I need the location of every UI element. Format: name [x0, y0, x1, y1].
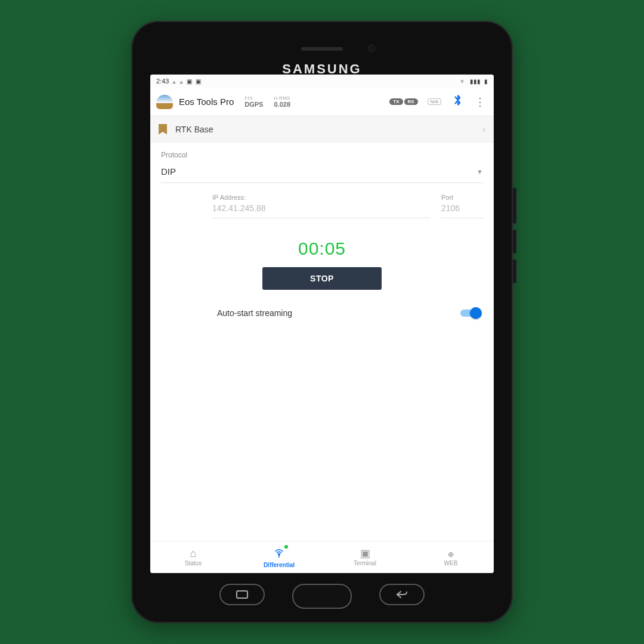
- antenna-icon: [273, 547, 285, 561]
- tab-label: Differential: [264, 562, 295, 568]
- hw-nav-buttons: [131, 584, 513, 609]
- bluetooth-icon[interactable]: [453, 94, 463, 110]
- tab-differential[interactable]: Differential: [236, 541, 322, 573]
- chevron-down-icon: ▼: [476, 168, 483, 175]
- active-dot-icon: [284, 545, 288, 549]
- app-title: Eos Tools Pro: [179, 97, 234, 107]
- na-badge: N/A: [428, 98, 441, 105]
- chevron-right-icon: ›: [482, 124, 485, 135]
- bookmark-label: RTK Base: [175, 125, 213, 134]
- notif-icon: ▣: [196, 78, 201, 85]
- front-camera: [368, 45, 375, 52]
- fix-value: DGPS: [244, 101, 263, 108]
- tab-label: WEB: [444, 560, 458, 566]
- protocol-label: Protocol: [161, 151, 483, 159]
- tab-status[interactable]: ⌂ Status: [150, 541, 236, 573]
- speaker-slot: [301, 47, 343, 51]
- tab-label: Terminal: [354, 560, 376, 566]
- tx-pill: TX: [389, 98, 402, 105]
- ip-label: IP Address:: [212, 194, 431, 201]
- port-field[interactable]: Port 2106: [441, 194, 483, 218]
- tab-terminal[interactable]: ▣ Terminal: [322, 541, 408, 573]
- hw-side-button: [513, 230, 516, 253]
- stop-button[interactable]: STOP: [262, 267, 382, 290]
- overflow-menu-icon[interactable]: ⋮: [475, 95, 485, 109]
- clock: 2:43: [156, 78, 169, 85]
- hw-side-button: [513, 259, 516, 283]
- protocol-value: DIP: [161, 166, 176, 177]
- signal-icon: ▮▮▮: [470, 78, 481, 85]
- rx-pill: RX: [404, 98, 418, 105]
- hrms-value: 0.028: [274, 101, 290, 108]
- device-brand: SAMSUNG: [131, 61, 513, 77]
- stream-timer: 00:05: [161, 239, 483, 259]
- txrx-indicator: TX RX: [389, 98, 417, 105]
- hrms-label: H RMS: [274, 95, 290, 101]
- bottom-nav: ⌂ Status Differential ▣ Terminal 🜨: [150, 541, 494, 573]
- hw-home-button[interactable]: [292, 584, 352, 609]
- tablet-frame: SAMSUNG 2:43 ⟁ ⟁ ▣ ▣ ᯤ ▮▮▮ ▮ Eos Tools P…: [131, 21, 513, 623]
- battery-icon: ▮: [484, 78, 488, 85]
- notif-icon: ▣: [187, 78, 192, 85]
- autostart-toggle[interactable]: [460, 308, 481, 318]
- autostart-label: Auto-start streaming: [217, 308, 292, 318]
- hw-back-button[interactable]: [379, 584, 425, 605]
- ip-value: 142.41.245.88: [212, 201, 431, 218]
- notif-icon: ⟁: [172, 78, 176, 85]
- hw-recent-button[interactable]: [219, 584, 265, 605]
- hrms-stat: H RMS 0.028: [274, 95, 290, 108]
- notif-icon: ⟁: [179, 78, 183, 85]
- ip-address-field[interactable]: IP Address: 142.41.245.88: [212, 194, 431, 218]
- port-value: 2106: [441, 201, 483, 218]
- svg-rect-1: [237, 591, 247, 598]
- home-icon: ⌂: [190, 548, 197, 559]
- protocol-select[interactable]: DIP ▼: [161, 163, 483, 183]
- fix-label: FIX: [244, 95, 252, 101]
- hw-side-button: [513, 188, 516, 224]
- fix-stat: FIX DGPS: [244, 95, 263, 108]
- tab-web[interactable]: 🜨 WEB: [408, 541, 494, 573]
- app-logo-icon: [156, 95, 173, 109]
- screen: 2:43 ⟁ ⟁ ▣ ▣ ᯤ ▮▮▮ ▮ Eos Tools Pro FIX D…: [150, 75, 494, 573]
- wifi-icon: ᯤ: [460, 78, 466, 85]
- tab-label: Status: [185, 560, 202, 566]
- differential-panel: Protocol DIP ▼ IP Address: 142.41.245.88…: [150, 143, 494, 541]
- globe-icon: 🜨: [445, 548, 456, 559]
- port-label: Port: [441, 194, 483, 201]
- bookmark-bar[interactable]: RTK Base ›: [150, 116, 494, 143]
- app-header: Eos Tools Pro FIX DGPS H RMS 0.028 TX RX…: [150, 88, 494, 116]
- terminal-icon: ▣: [360, 548, 370, 559]
- bookmark-icon: [159, 124, 167, 135]
